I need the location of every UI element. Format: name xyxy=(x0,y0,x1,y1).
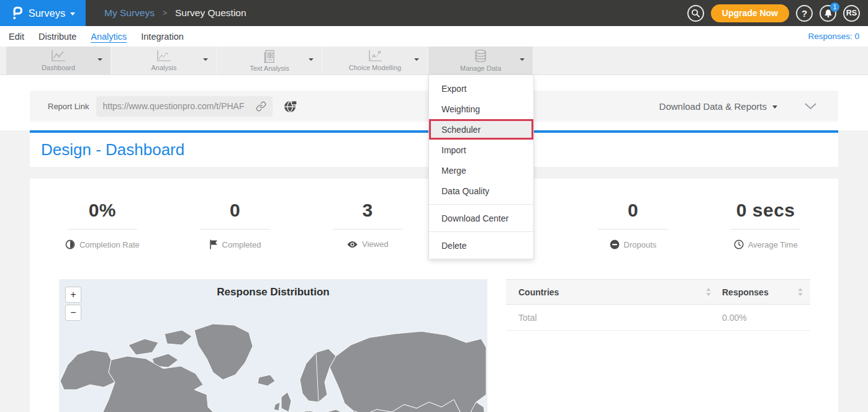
questionpro-logo-icon xyxy=(11,5,24,21)
tab-text-analysis[interactable]: Text Analysis xyxy=(217,47,322,74)
column-label: Countries xyxy=(518,287,559,297)
notifications-button[interactable]: 1 xyxy=(820,5,836,22)
breadcrumb-my-surveys[interactable]: My Surveys xyxy=(104,7,155,19)
flag-icon xyxy=(209,240,218,249)
stat-value: 0% xyxy=(89,200,116,221)
product-switcher[interactable]: Surveys xyxy=(0,0,86,26)
menu-item-data-quality[interactable]: Data Quality xyxy=(429,181,533,201)
stat-viewed: 3 Viewed xyxy=(301,200,434,249)
menu-item-download-center[interactable]: Download Center xyxy=(429,208,533,228)
total-responses-value: 0.00% xyxy=(711,313,810,323)
tab-label: Text Analysis xyxy=(250,65,289,72)
stat-value: 0 xyxy=(230,200,240,221)
countries-table-header: Countries Responses xyxy=(506,279,810,305)
tab-label: Manage Data xyxy=(460,65,501,72)
scatter-chart-icon xyxy=(367,50,383,63)
tab-manage-data[interactable]: Manage Data xyxy=(428,47,533,74)
download-data-reports-menu[interactable]: Download Data & Reports xyxy=(659,101,777,112)
menu-item-merge[interactable]: Merge xyxy=(429,160,533,181)
nav-item-integration[interactable]: Integration xyxy=(141,32,184,42)
public-link-settings-button[interactable] xyxy=(283,99,298,114)
tab-analysis[interactable]: Analysis xyxy=(112,47,216,74)
tab-choice-modelling[interactable]: Choice Modelling xyxy=(323,47,427,74)
tab-label: Choice Modelling xyxy=(349,64,401,71)
survey-nav: Edit Distribute Analytics Integration Re… xyxy=(0,26,868,47)
nav-item-analytics[interactable]: Analytics xyxy=(91,32,127,42)
page-title: Design - Dashboard xyxy=(41,140,184,159)
chevron-down-icon[interactable] xyxy=(203,58,208,61)
line-chart-icon xyxy=(50,50,66,63)
database-icon xyxy=(473,49,488,63)
trend-chart-icon xyxy=(156,50,172,63)
report-url-value: https://www.questionpro.com/t/PHAF xyxy=(102,101,256,111)
map-zoom-in-button[interactable]: + xyxy=(65,287,81,303)
nav-item-edit[interactable]: Edit xyxy=(9,32,24,42)
stat-divider xyxy=(333,229,402,230)
breadcrumb-current: Survey Question xyxy=(175,7,246,19)
report-link-input[interactable]: https://www.questionpro.com/t/PHAF xyxy=(96,96,273,117)
stat-label-text: Viewed xyxy=(362,240,388,249)
header-actions: Upgrade Now ? 1 RS xyxy=(687,4,868,22)
link-icon xyxy=(256,101,266,112)
stat-average-time: 0 secs Average Time xyxy=(699,200,832,249)
stat-label-text: Completion Rate xyxy=(79,240,140,249)
minus-circle-icon xyxy=(610,240,620,249)
world-map-image xyxy=(59,311,487,412)
stat-divider xyxy=(200,229,269,230)
countries-table: Countries Responses Total 0.00% xyxy=(506,279,810,412)
menu-item-import[interactable]: Import xyxy=(429,140,533,160)
upgrade-now-button[interactable]: Upgrade Now xyxy=(711,4,789,22)
stat-completion-rate: 0% Completion Rate xyxy=(36,200,169,249)
chevron-down-icon[interactable] xyxy=(309,58,314,61)
search-icon xyxy=(691,9,700,18)
question-mark-icon: ? xyxy=(802,8,807,19)
stat-value: 3 xyxy=(363,200,373,221)
stat-value: 0 xyxy=(628,200,638,221)
chevron-down-icon xyxy=(772,105,777,109)
tab-dashboard[interactable]: Dashboard xyxy=(6,47,111,74)
breadcrumb-separator: > xyxy=(163,9,167,17)
chevron-down-icon xyxy=(805,103,816,110)
total-label: Total xyxy=(506,313,711,323)
product-name: Surveys xyxy=(29,7,66,19)
menu-item-export[interactable]: Export xyxy=(429,78,533,99)
nav-item-distribute[interactable]: Distribute xyxy=(38,32,76,42)
menu-item-delete[interactable]: Delete xyxy=(429,235,533,256)
chevron-down-icon[interactable] xyxy=(520,58,525,61)
stat-divider xyxy=(68,229,137,230)
download-data-reports-label: Download Data & Reports xyxy=(659,101,767,112)
menu-group-divider: Delete xyxy=(429,231,533,256)
table-row: Total 0.00% xyxy=(506,305,810,331)
tab-label: Analysis xyxy=(151,64,177,71)
stat-completed: 0 Completed xyxy=(169,200,302,249)
menu-item-weighting[interactable]: Weighting xyxy=(429,99,533,119)
stat-divider xyxy=(731,229,800,230)
avatar[interactable]: RS xyxy=(843,5,860,22)
notification-badge: 1 xyxy=(830,2,839,12)
search-button[interactable] xyxy=(687,5,704,22)
globe-lock-icon xyxy=(283,99,298,114)
stat-label-text: Average Time xyxy=(748,240,798,249)
collapse-panel-button[interactable] xyxy=(805,103,816,110)
responses-counter: Responses: 0 xyxy=(808,32,859,41)
analytics-toolbar: Dashboard Analysis Text Analysis Choice … xyxy=(0,47,868,75)
response-distribution-map[interactable]: Response Distribution + − xyxy=(59,279,487,412)
column-header-responses[interactable]: Responses xyxy=(711,287,810,297)
stat-value: 0 secs xyxy=(736,200,795,221)
column-label: Responses xyxy=(722,287,769,297)
chevron-down-icon[interactable] xyxy=(97,58,102,61)
map-title: Response Distribution xyxy=(59,286,487,298)
sort-icon[interactable] xyxy=(798,288,803,296)
app-header: Surveys My Surveys > Survey Question Upg… xyxy=(0,0,868,26)
sort-icon[interactable] xyxy=(706,288,711,296)
report-link-label: Report Link xyxy=(48,102,89,111)
stat-divider xyxy=(598,229,667,230)
manage-data-dropdown: Export Weighting Scheduler Import Merge … xyxy=(428,75,534,259)
clock-icon xyxy=(734,240,744,249)
menu-item-scheduler[interactable]: Scheduler xyxy=(429,119,533,140)
stat-label-text: Completed xyxy=(222,240,261,249)
help-button[interactable]: ? xyxy=(796,5,813,22)
eye-icon xyxy=(347,241,358,248)
chevron-down-icon[interactable] xyxy=(414,58,419,61)
column-header-countries[interactable]: Countries xyxy=(506,287,711,297)
